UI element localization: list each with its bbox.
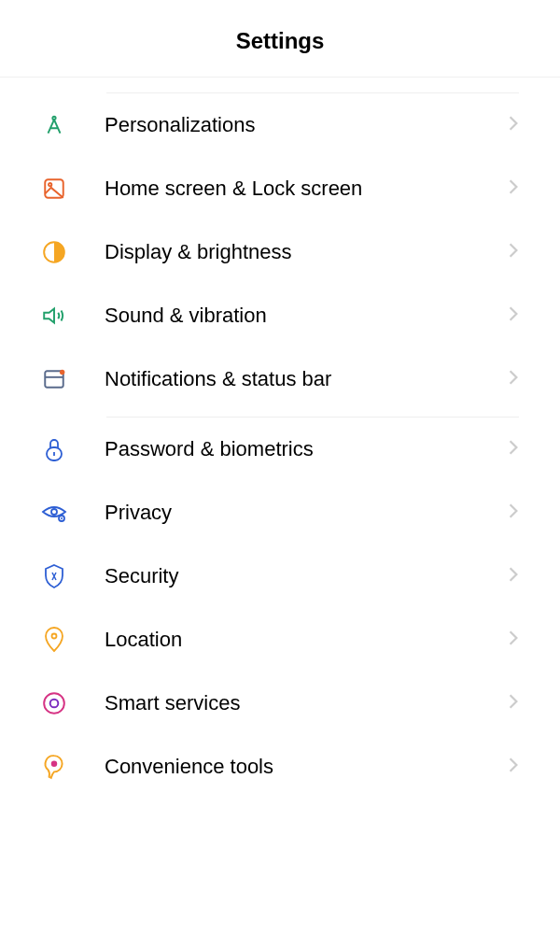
chevron-right-icon [508, 369, 519, 389]
page-title: Settings [0, 28, 560, 54]
item-smart-services[interactable]: Smart services [41, 672, 519, 735]
item-label: Location [105, 628, 508, 652]
item-label: Password & biometrics [105, 437, 508, 461]
svg-point-15 [51, 761, 57, 767]
svg-point-14 [50, 700, 59, 708]
convenience-icon [41, 754, 67, 780]
item-label: Personalizations [105, 113, 508, 137]
item-sound[interactable]: Sound & vibration [41, 284, 519, 347]
sound-icon [41, 303, 67, 329]
item-label: Sound & vibration [105, 304, 508, 328]
svg-point-13 [44, 693, 64, 714]
lock-icon [41, 436, 67, 462]
header: Settings [0, 0, 560, 78]
settings-group: Password & biometrics Privacy [41, 417, 519, 799]
item-label: Security [105, 564, 508, 588]
item-label: Home screen & Lock screen [105, 177, 508, 201]
location-icon [41, 627, 67, 653]
item-personalizations[interactable]: Personalizations [41, 93, 519, 157]
privacy-icon [41, 500, 67, 526]
item-display[interactable]: Display & brightness [41, 220, 519, 284]
item-home-lock[interactable]: Home screen & Lock screen [41, 157, 519, 220]
item-privacy[interactable]: Privacy [41, 481, 519, 545]
chevron-right-icon [508, 566, 519, 587]
svg-point-2 [49, 183, 51, 186]
chevron-right-icon [508, 305, 519, 326]
svg-point-6 [60, 370, 64, 375]
chevron-right-icon [508, 115, 519, 135]
security-icon [41, 563, 67, 589]
svg-point-9 [51, 509, 57, 515]
chevron-right-icon [508, 757, 519, 777]
chevron-right-icon [508, 242, 519, 262]
item-security[interactable]: Security [41, 545, 519, 608]
svg-point-0 [52, 117, 55, 120]
compass-icon [41, 112, 67, 138]
item-password[interactable]: Password & biometrics [41, 417, 519, 481]
brightness-icon [41, 239, 67, 265]
home-lock-icon [41, 176, 67, 202]
item-location[interactable]: Location [41, 608, 519, 672]
item-notifications[interactable]: Notifications & status bar [41, 347, 519, 411]
smart-services-icon [41, 690, 67, 716]
item-label: Notifications & status bar [105, 367, 508, 391]
chevron-right-icon [508, 439, 519, 460]
notification-icon [41, 366, 67, 392]
item-convenience[interactable]: Convenience tools [41, 735, 519, 799]
svg-point-12 [52, 634, 57, 639]
settings-list: Personalizations Home screen & Lock scre… [0, 78, 560, 799]
item-label: Convenience tools [105, 755, 508, 779]
chevron-right-icon [508, 502, 519, 523]
chevron-right-icon [508, 178, 519, 199]
item-label: Privacy [105, 501, 508, 525]
item-label: Display & brightness [105, 240, 508, 264]
chevron-right-icon [508, 693, 519, 714]
svg-point-11 [61, 517, 63, 519]
settings-group: Personalizations Home screen & Lock scre… [41, 78, 519, 417]
chevron-right-icon [508, 630, 519, 650]
item-label: Smart services [105, 691, 508, 715]
